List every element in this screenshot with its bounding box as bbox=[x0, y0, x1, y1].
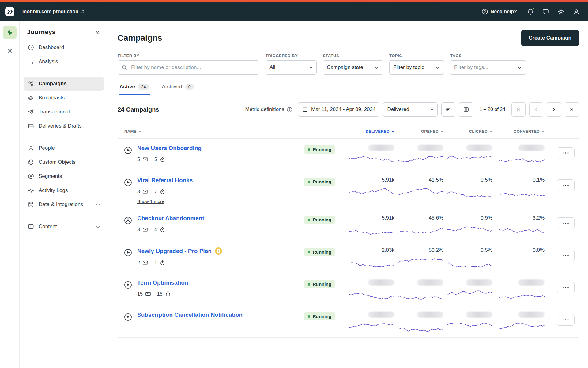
sidebar-item-activity-logs[interactable]: Activity Logs bbox=[24, 183, 104, 197]
create-campaign-button[interactable]: Create Campaign bbox=[521, 30, 579, 46]
campaign-trigger-icon bbox=[124, 281, 137, 289]
column-header-delivered[interactable]: DELIVERED bbox=[366, 129, 394, 134]
page-title: Campaigns bbox=[118, 33, 162, 43]
notifications-button[interactable] bbox=[527, 8, 534, 15]
next-page-button[interactable] bbox=[547, 102, 561, 117]
sidebar-item-dashboard[interactable]: Dashboard bbox=[24, 40, 104, 55]
row-actions-button[interactable] bbox=[557, 217, 575, 229]
triggered-by-select[interactable]: All bbox=[266, 60, 317, 75]
filter-bar: Filter by Triggered by All Status bbox=[118, 53, 579, 75]
row-actions-button[interactable] bbox=[557, 250, 575, 261]
metric-value: 5.91k bbox=[382, 215, 394, 222]
metric-opened: 41.5% bbox=[394, 177, 443, 198]
campaign-name-link[interactable]: New Users Onboarding bbox=[137, 145, 202, 151]
tab-active[interactable]: Active 24 bbox=[119, 83, 150, 95]
ellipsis-icon bbox=[562, 255, 569, 256]
sidebar-item-label: Custom Objects bbox=[39, 159, 100, 165]
sparkline-chart bbox=[398, 257, 443, 269]
up-down-chevron-icon bbox=[81, 9, 85, 14]
metric-column-select[interactable]: Delivered bbox=[383, 102, 438, 117]
column-header-opened[interactable]: OPENED bbox=[421, 129, 443, 134]
column-header-clicked[interactable]: CLICKED bbox=[469, 129, 492, 134]
objects-icon bbox=[28, 159, 34, 166]
campaign-name-link[interactable]: Newly Upgraded - Pro Plan bbox=[137, 248, 212, 255]
messages-button[interactable] bbox=[542, 8, 549, 15]
sidebar-item-label: Deliveries & Drafts bbox=[39, 123, 100, 129]
logo-icon[interactable] bbox=[4, 6, 16, 17]
sidebar-item-broadcasts[interactable]: Broadcasts bbox=[24, 91, 104, 105]
sparkline-chart bbox=[447, 225, 492, 236]
metric-clicked: 0.5% bbox=[443, 247, 492, 269]
settings-button[interactable] bbox=[557, 8, 565, 15]
row-actions-button[interactable] bbox=[557, 179, 575, 191]
columns-button[interactable] bbox=[459, 102, 473, 117]
sparkline-chart bbox=[499, 289, 545, 301]
sidebar-item-people[interactable]: People bbox=[24, 141, 104, 155]
sidebar-item-data-integrations[interactable]: Data & Integrations bbox=[24, 197, 104, 212]
metric-converted bbox=[492, 312, 545, 333]
column-header-converted[interactable]: CONVERTED bbox=[514, 129, 545, 134]
sidebar-item-analysis[interactable]: Analysis bbox=[24, 55, 104, 69]
x-product-icon bbox=[6, 48, 13, 54]
product-rail bbox=[0, 21, 20, 368]
tab-archived[interactable]: Archived 0 bbox=[161, 83, 194, 95]
ellipsis-icon bbox=[562, 152, 569, 154]
sparkline-chart bbox=[398, 187, 443, 198]
previous-page-button[interactable] bbox=[529, 102, 543, 117]
row-actions-button[interactable] bbox=[557, 314, 575, 326]
masked-metric bbox=[466, 312, 492, 318]
campaign-name-link[interactable]: Viral Referral Hooks bbox=[137, 177, 193, 184]
sidebar-nav: DashboardAnalysisCampaignsBroadcastsTran… bbox=[24, 40, 104, 234]
sidebar-item-deliveries-drafts[interactable]: Deliveries & Drafts bbox=[24, 119, 104, 133]
last-page-button[interactable] bbox=[565, 102, 579, 117]
timer-icon bbox=[160, 260, 165, 266]
show-more-link[interactable]: Show 1 more bbox=[137, 199, 164, 204]
topic-select[interactable]: Filter by topic bbox=[389, 60, 444, 75]
tags-select[interactable]: Filter by tags... bbox=[450, 60, 526, 75]
campaign-name-link[interactable]: Checkout Abandonment bbox=[137, 215, 204, 222]
collapse-sidebar-button[interactable]: « bbox=[94, 28, 101, 36]
workspace-name: mobbin.com production bbox=[22, 9, 78, 14]
sparkline-chart bbox=[447, 257, 492, 269]
sort-button[interactable] bbox=[441, 102, 455, 117]
status-select[interactable]: Campaign state bbox=[323, 60, 383, 75]
rail-item-secondary[interactable] bbox=[3, 44, 17, 58]
campaign-name-link[interactable]: Subscription Cancellation Notification bbox=[137, 312, 243, 318]
sparkline-chart bbox=[447, 187, 492, 198]
sidebar-item-segments[interactable]: Segments bbox=[24, 169, 104, 183]
workspace-switcher[interactable]: mobbin.com production bbox=[21, 9, 86, 15]
chat-icon bbox=[542, 8, 549, 15]
column-header-name[interactable]: NAME bbox=[118, 129, 293, 134]
status-label: Running bbox=[313, 282, 331, 287]
metric-clicked: 0.5% bbox=[443, 177, 492, 198]
chevron-down-icon bbox=[435, 66, 440, 69]
metric-value: 50.2% bbox=[429, 247, 443, 254]
sidebar-item-label: People bbox=[39, 145, 100, 151]
sidebar-item-transactional[interactable]: Transactional bbox=[24, 105, 104, 119]
metric-delivered: 5.91k bbox=[345, 215, 394, 236]
date-range-picker[interactable]: Mar 11, 2024 - Apr 09, 2024 bbox=[298, 102, 379, 117]
metric-clicked bbox=[443, 145, 492, 166]
metric-definitions-link[interactable]: Metric definitions ? bbox=[243, 106, 294, 113]
sidebar-item-content[interactable]: Content bbox=[24, 220, 104, 234]
campaign-trigger-icon bbox=[124, 248, 137, 257]
sidebar-item-custom-objects[interactable]: Custom Objects bbox=[24, 155, 104, 169]
caret-down-icon bbox=[440, 130, 443, 132]
metric-delivered: 5.91k bbox=[345, 177, 394, 198]
rail-item-journeys[interactable] bbox=[3, 26, 17, 39]
running-dot bbox=[308, 283, 310, 286]
account-button[interactable] bbox=[573, 8, 580, 15]
sidebar-item-campaigns[interactable]: Campaigns bbox=[24, 77, 104, 91]
first-page-button[interactable] bbox=[511, 102, 526, 117]
campaign-name-link[interactable]: Term Optimisation bbox=[137, 279, 188, 286]
svg-text:?: ? bbox=[288, 108, 290, 111]
campaign-row: Viral Referral Hooks 3 7 Show 1 more Run… bbox=[118, 171, 579, 209]
campaign-counts: 2 1 bbox=[137, 260, 293, 266]
caret-down-icon bbox=[138, 130, 141, 132]
metric-converted bbox=[492, 145, 545, 166]
row-actions-button[interactable] bbox=[557, 147, 575, 159]
need-help-button[interactable]: ? Need help? bbox=[480, 8, 519, 15]
search-input[interactable] bbox=[130, 64, 255, 71]
person-icon bbox=[573, 8, 580, 15]
row-actions-button[interactable] bbox=[557, 282, 575, 293]
